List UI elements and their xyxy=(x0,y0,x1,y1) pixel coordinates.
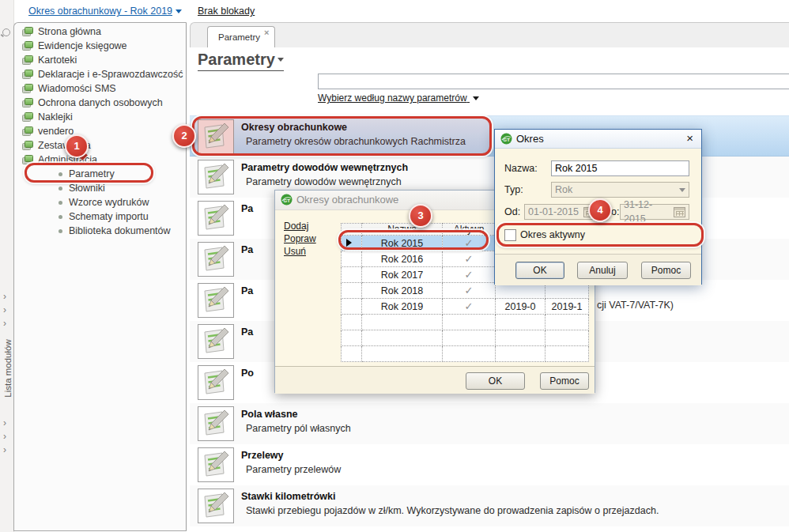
sidebar-subitem-label: Słowniki xyxy=(69,183,105,194)
module-search-icon[interactable] xyxy=(2,28,10,36)
parameter-icon xyxy=(198,242,234,277)
sidebar-item-label: Ochrona danych osobowych xyxy=(38,97,163,108)
parameter-title: Okresy obrachunkowe xyxy=(241,122,347,133)
help-button[interactable]: Pomoc xyxy=(641,262,691,279)
period-active-cell: ✓ xyxy=(443,267,496,283)
sidebar-subitem-biblioteka-dokument-w[interactable]: Biblioteka dokumentów xyxy=(59,224,171,238)
link-usun[interactable]: Usuń xyxy=(284,246,306,257)
row-selector-cell xyxy=(342,283,362,299)
sidebar-subitem-schematy-importu[interactable]: Schematy importu xyxy=(59,209,149,224)
sidebar-item-zestawienia[interactable]: Zestawienia xyxy=(22,138,91,153)
parameter-row[interactable]: Stawki kilometrówkiStawki przebiegu poja… xyxy=(190,485,789,526)
parameter-title: Stawki kilometrówki xyxy=(241,491,335,502)
declarations-icon xyxy=(22,69,33,80)
chevron-right-icon[interactable]: › xyxy=(3,292,6,300)
module-strip-label: Lista modułów xyxy=(3,329,13,408)
chevron-right-icon[interactable]: › xyxy=(3,319,6,327)
chevron-right-icon[interactable]: › xyxy=(3,432,6,440)
administration-icon xyxy=(22,154,33,165)
bullet-icon xyxy=(59,201,62,205)
parameter-row[interactable]: PrzelewyParametry przelewów xyxy=(190,444,789,485)
sidebar-item-wiadomosci-sms[interactable]: Wiadomości SMS xyxy=(22,81,116,96)
parameter-title: Parametry dowodów wewnętrznych xyxy=(241,162,408,173)
accounting-period-selector[interactable]: Okres obrachunkowy - Rok 2019 xyxy=(28,6,182,17)
tab-strip xyxy=(190,22,789,47)
sidebar-item-label: Wiadomości SMS xyxy=(38,83,116,94)
empty-cell xyxy=(342,346,362,362)
period-extra-cell: 2019-1 xyxy=(546,299,589,315)
ledger-icon xyxy=(22,40,33,51)
nazwa-input[interactable] xyxy=(551,160,689,176)
sidebar-item-label: Deklaracje i e-Sprawozdawczość xyxy=(38,69,183,80)
lock-status-link[interactable]: Brak blokady xyxy=(198,6,255,17)
sidebar-item-label: Kartoteki xyxy=(38,55,77,66)
search-input[interactable] xyxy=(318,74,789,89)
ok-button[interactable]: OK xyxy=(515,262,564,279)
parameter-title: Pa xyxy=(241,326,253,338)
typ-combobox: Rok xyxy=(551,182,689,198)
page-title[interactable]: Parametry xyxy=(198,51,284,71)
parameter-icon xyxy=(198,447,234,482)
calendar-icon xyxy=(583,207,595,217)
filter-by-name-link[interactable]: Wybierz według nazwy parametrów xyxy=(318,92,479,104)
okres-aktywny-label: Okres aktywny xyxy=(520,229,585,240)
ok-button[interactable]: OK xyxy=(466,372,525,390)
tab-label: Parametry xyxy=(218,32,260,42)
parameter-title: Po xyxy=(241,368,254,379)
sidebar-item-label: Naklejki xyxy=(38,111,73,123)
parameter-icon xyxy=(198,489,234,523)
dialog-okres: GT Okres × Nazwa: Typ: Rok Od: 01-01-201… xyxy=(494,129,702,285)
periods-table-row[interactable]: Rok 2019✓2019-02019-1 xyxy=(342,299,589,315)
parameter-title: Pa xyxy=(241,244,253,255)
dialog-title: Okresy obrachunkowe xyxy=(296,194,398,206)
close-icon[interactable]: × xyxy=(686,132,693,144)
period-name-cell: Rok 2016 xyxy=(362,251,443,267)
empty-cell xyxy=(443,346,496,362)
sidebar-item-vendero[interactable]: vendero xyxy=(22,124,74,138)
sidebar-subitem-parametry[interactable]: Parametry xyxy=(59,167,115,181)
sidebar-item-administracja[interactable]: Administracja xyxy=(22,153,97,167)
period-active-cell: ✓ xyxy=(443,251,496,267)
period-active-cell: ✓ xyxy=(443,283,496,299)
empty-cell xyxy=(496,330,546,346)
help-button[interactable]: Pomoc xyxy=(540,372,589,390)
sidebar-item-label: Zestawienia xyxy=(38,140,91,151)
empty-cell xyxy=(342,315,362,330)
tab-close-icon[interactable]: × xyxy=(264,28,269,36)
module-strip: ›››››› Lista modułów xyxy=(0,0,14,532)
parameter-icon xyxy=(198,119,234,154)
sidebar-item-ochrona-danych[interactable]: Ochrona danych osobowych xyxy=(22,96,163,110)
sidebar-subitem-wzorce-wydruk-w[interactable]: Wzorce wydruków xyxy=(59,195,149,209)
sidebar-subitem-s-owniki[interactable]: Słowniki xyxy=(59,181,105,195)
parameter-icon xyxy=(198,406,234,441)
sidebar-item-label: Strona główna xyxy=(38,26,101,37)
dialog-title-bar: GT Okres × xyxy=(495,130,701,149)
period-active-cell: ✓ xyxy=(443,236,496,251)
sidebar-item-strona-glowna[interactable]: Strona główna xyxy=(22,25,101,39)
do-label: Do: xyxy=(604,206,619,217)
do-date-field: 31-12-2015 xyxy=(620,204,689,220)
parameter-title: Pa xyxy=(241,285,253,296)
chevron-right-icon[interactable]: › xyxy=(3,446,6,454)
sidebar: Strona głównaEwidencje księgoweKartoteki… xyxy=(13,22,187,531)
chevron-right-icon[interactable]: › xyxy=(3,306,6,314)
svg-text:GT: GT xyxy=(284,198,291,203)
data-protection-icon xyxy=(22,97,33,108)
chevron-right-icon[interactable]: › xyxy=(3,419,6,427)
sidebar-item-kartoteki[interactable]: Kartoteki xyxy=(22,53,77,67)
link-popraw[interactable]: Popraw xyxy=(284,233,316,244)
parameter-subtitle: Parametry przelewów xyxy=(246,464,341,475)
period-name-cell: Rok 2015 xyxy=(362,236,443,251)
sidebar-subitem-label: Biblioteka dokumentów xyxy=(69,225,171,236)
insert-gt-logo-icon: GT xyxy=(281,194,293,206)
cancel-button[interactable]: Anuluj xyxy=(577,262,628,279)
link-dodaj[interactable]: Dodaj xyxy=(284,221,308,232)
okres-aktywny-checkbox[interactable] xyxy=(504,229,516,241)
parameter-row[interactable]: Pola własneParametry pól własnych xyxy=(190,403,789,444)
sidebar-item-naklejki[interactable]: Naklejki xyxy=(22,110,73,124)
sidebar-item-ewidencje-ksiegowe[interactable]: Ewidencje księgowe xyxy=(22,39,127,53)
row-marker-icon xyxy=(346,239,352,247)
sidebar-item-deklaracje[interactable]: Deklaracje i e-Sprawozdawczość xyxy=(22,67,183,81)
lock-status-label: Brak blokady xyxy=(198,6,255,17)
period-name-cell: Rok 2018 xyxy=(362,283,443,299)
